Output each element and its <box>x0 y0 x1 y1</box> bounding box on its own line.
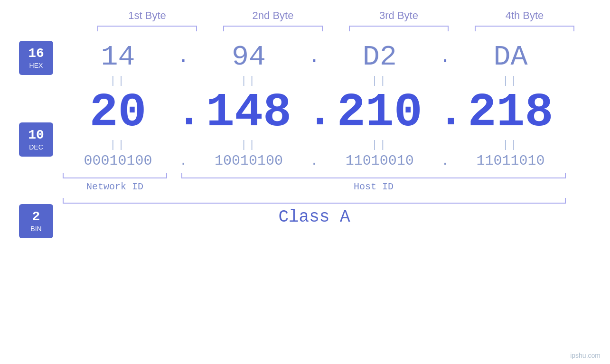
bin-value-1: 00010100 <box>84 153 152 169</box>
equal2-1: || <box>66 139 170 151</box>
bin-dot-1: . <box>176 154 190 168</box>
bin-value-3: 11010010 <box>346 153 414 169</box>
dec-value-1: 20 <box>89 86 146 140</box>
watermark: ipshu.com <box>570 352 601 359</box>
dec-value-3: 210 <box>337 86 422 140</box>
equal2-3: || <box>328 139 432 151</box>
data-rows: 14 . 94 . D2 . DA || || <box>63 41 566 227</box>
top-bracket-4 <box>475 26 574 31</box>
bin-dot-2: . <box>307 154 321 168</box>
bin-value-4: 11011010 <box>476 153 544 169</box>
hex-badge: 16 HEX <box>19 41 53 75</box>
equal-4: || <box>458 75 563 87</box>
equal2-2: || <box>197 139 301 151</box>
hex-badge-label: HEX <box>29 62 43 69</box>
dec-badge-label: DEC <box>29 143 43 151</box>
top-bracket-1 <box>97 26 197 31</box>
byte-header-4: 4th Byte <box>472 9 577 22</box>
network-bracket <box>63 173 167 178</box>
bin-dot-3: . <box>438 154 452 168</box>
dec-dot-2: . <box>307 89 321 137</box>
dec-badge-number: 10 <box>28 128 44 143</box>
hex-dot-1: . <box>176 47 190 68</box>
class-bracket <box>63 198 566 204</box>
class-section: Class A <box>63 198 566 227</box>
byte-header-1: 1st Byte <box>95 9 199 22</box>
hex-dot-3: . <box>438 47 452 68</box>
byte-header-3: 3rd Byte <box>347 9 451 22</box>
top-bracket-2 <box>223 26 323 31</box>
hex-value-1: 14 <box>101 41 135 73</box>
equal-1: || <box>66 75 170 87</box>
bin-value-2: 10010100 <box>215 153 283 169</box>
byte-header-2: 2nd Byte <box>221 9 325 22</box>
badges-column: 16 HEX 10 DEC 2 BIN <box>19 41 53 238</box>
equal-3: || <box>328 75 432 87</box>
host-id-label: Host ID <box>181 181 566 192</box>
dec-badge: 10 DEC <box>19 122 53 157</box>
host-bracket <box>181 173 566 178</box>
dec-value-2: 148 <box>206 86 291 140</box>
hex-value-4: DA <box>493 41 527 73</box>
top-bracket-3 <box>349 26 449 31</box>
dec-dot-1: . <box>176 89 190 137</box>
equal-2: || <box>197 75 301 87</box>
equal2-4: || <box>458 139 563 151</box>
bin-badge: 2 BIN <box>19 204 53 238</box>
class-label: Class A <box>63 207 566 227</box>
dec-dot-3: . <box>438 89 452 137</box>
main-container: 1st Byte 2nd Byte 3rd Byte 4th Byte 16 H… <box>0 0 610 364</box>
network-id-label: Network ID <box>63 181 167 192</box>
bin-badge-label: BIN <box>30 225 41 233</box>
hex-dot-2: . <box>307 47 321 68</box>
dec-value-4: 218 <box>468 86 553 140</box>
hex-badge-number: 16 <box>28 47 44 61</box>
hex-value-2: 94 <box>232 41 266 73</box>
bin-badge-number: 2 <box>32 210 40 224</box>
hex-value-3: D2 <box>363 41 397 73</box>
